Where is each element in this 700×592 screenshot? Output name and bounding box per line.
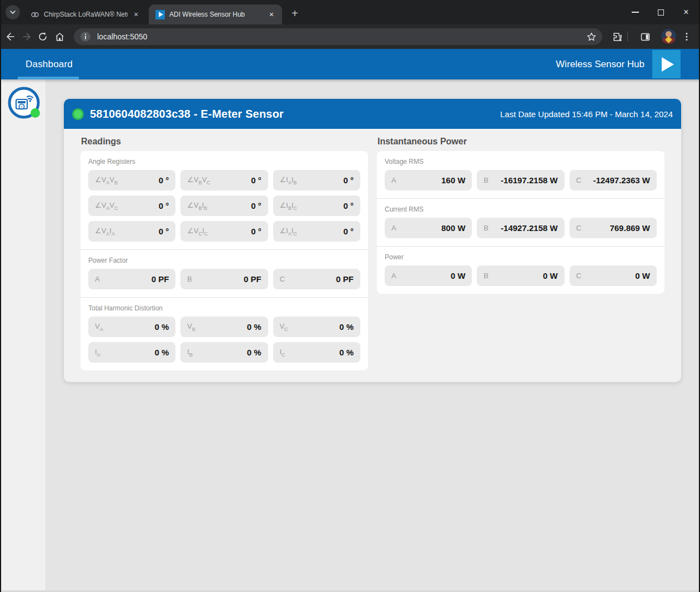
device-online-dot: [31, 108, 40, 118]
field-value: 0 %: [154, 322, 169, 332]
field-value: 0 W: [543, 271, 558, 280]
address-bar[interactable]: localhost:5050: [74, 28, 602, 45]
app-body: 5810604082803c38 - E-Meter Sensor Last D…: [1, 79, 699, 590]
reading-field: ∠IAIB0 °: [273, 170, 360, 190]
field-value: 0 PF: [336, 274, 354, 284]
minimize-button[interactable]: [622, 0, 648, 24]
reload-icon: [38, 32, 48, 42]
field-label: VC: [280, 322, 288, 332]
instantaneous-power-panel: Voltage RMSA160 WB-16197.2158 WC-12497.2…: [377, 151, 664, 294]
reload-button[interactable]: [35, 29, 51, 44]
field-value: 0 %: [247, 322, 261, 332]
field-label: A: [391, 224, 396, 232]
field-label: C: [576, 224, 581, 232]
field-value: 0 °: [159, 227, 169, 236]
new-tab-button[interactable]: +: [288, 6, 302, 21]
reading-field: IA0 %: [88, 342, 175, 363]
field-label: ∠VAIA: [95, 227, 115, 237]
reading-field: ∠IBIC0 °: [273, 195, 360, 216]
field-label: B: [484, 224, 489, 232]
field-label: B: [484, 176, 489, 184]
field-label: VB: [187, 322, 195, 332]
reading-field: B0 PF: [180, 269, 268, 289]
field-label: B: [484, 272, 489, 280]
field-label: C: [280, 275, 285, 283]
field-label: B: [187, 275, 192, 283]
profile-avatar[interactable]: [661, 29, 676, 44]
field-label: A: [391, 176, 396, 184]
side-panel-button[interactable]: [637, 29, 653, 44]
sensor-title: 5810604082803c38 - E-Meter Sensor: [90, 108, 284, 121]
last-updated-text: Last Date Updated 15:46 PM - March 14, 2…: [500, 109, 673, 119]
field-value: 0 °: [343, 227, 354, 236]
field-label: ∠IAIC: [280, 227, 297, 237]
extensions-button[interactable]: [610, 29, 625, 44]
field-value: -12497.2363 W: [593, 175, 650, 185]
url-text[interactable]: localhost:5050: [97, 32, 586, 41]
field-value: -14927.2158 W: [501, 223, 558, 233]
back-button[interactable]: [3, 29, 18, 44]
active-nav-underline: [18, 77, 79, 79]
reading-group: Current RMSA800 WB-14927.2158 WC769.869 …: [377, 198, 664, 246]
reading-field: B0 W: [477, 265, 564, 286]
tab-chirpstack[interactable]: ChirpStack LoRaWAN® Networ ×: [23, 4, 147, 24]
tab-adi-wireless-sensor-hub[interactable]: ADI Wireless Sensor Hub ×: [149, 4, 282, 24]
reading-group: Power FactorA0 PFB0 PFC0 PF: [80, 249, 368, 297]
readings-column: Readings Angle Registers∠VAVB0 °∠VBVC0 °…: [80, 137, 368, 370]
extensions-puzzle-icon: [612, 32, 623, 42]
forward-button[interactable]: [19, 29, 34, 44]
reading-field: B-16197.2158 W: [477, 170, 564, 190]
field-label: ∠VAVC: [95, 201, 118, 211]
field-label: ∠IAIB: [280, 175, 297, 185]
app-navbar: Dashboard Wireless Sensor Hub: [1, 49, 699, 79]
close-button[interactable]: ×: [673, 0, 699, 24]
browser-titlebar: ChirpStack LoRaWAN® Networ × ADI Wireles…: [0, 0, 700, 24]
sidebar-item-emeter-sensor[interactable]: [7, 86, 41, 119]
field-grid: VA0 %VB0 %VC0 %IA0 %IB0 %IC0 %: [88, 317, 360, 363]
field-grid: A0 WB0 WC0 W: [385, 265, 657, 286]
browser-window: ChirpStack LoRaWAN® Networ × ADI Wireles…: [0, 0, 700, 592]
home-button[interactable]: [52, 29, 67, 44]
bookmark-star-icon[interactable]: [586, 32, 597, 42]
reading-field: ∠VAVB0 °: [88, 170, 175, 190]
field-value: 0 %: [339, 322, 354, 332]
tab-search-button[interactable]: [6, 5, 20, 19]
reading-field: C0 W: [570, 265, 657, 286]
readings-header: Readings: [80, 137, 368, 147]
browser-menu-button[interactable]: [679, 29, 694, 44]
reading-field: A0 PF: [88, 269, 175, 289]
maximize-button[interactable]: [648, 0, 673, 24]
tab-title: ADI Wireless Sensor Hub: [169, 11, 263, 18]
field-value: 0 %: [339, 348, 354, 357]
field-label: IB: [187, 348, 193, 358]
field-label: ∠VAVB: [95, 175, 118, 185]
field-value: -16197.2158 W: [501, 175, 558, 185]
chirpstack-favicon-icon: [30, 10, 39, 19]
window-border-left: [0, 0, 1, 592]
field-label: ∠VBIB: [187, 201, 207, 211]
maximize-icon: [658, 9, 664, 16]
field-label: IC: [280, 348, 285, 358]
adi-logo-icon[interactable]: [652, 50, 681, 78]
field-grid: A800 WB-14927.2158 WC769.869 W: [385, 218, 657, 238]
field-label: VA: [95, 322, 103, 332]
site-info-icon: [79, 31, 92, 43]
reading-field: ∠VAIA0 °: [88, 221, 175, 242]
sidebar: [1, 79, 46, 590]
tab-close-icon[interactable]: ×: [266, 9, 276, 19]
reading-group: PowerA0 WB0 WC0 W: [377, 246, 664, 294]
field-value: 0 PF: [244, 274, 261, 284]
field-grid: A160 WB-16197.2158 WC-12497.2363 W: [385, 170, 657, 190]
field-value: 0 °: [159, 175, 169, 185]
tab-close-icon[interactable]: ×: [131, 9, 141, 19]
chevron-down-icon: [9, 9, 16, 16]
adi-favicon-icon: [155, 10, 165, 19]
reading-field: ∠VBVC0 °: [180, 170, 268, 190]
group-label: Power Factor: [88, 257, 360, 264]
nav-item-dashboard[interactable]: Dashboard: [26, 49, 73, 79]
browser-toolbar: localhost:5050: [0, 24, 700, 49]
instantaneous-power-column: Instantaneous Power Voltage RMSA160 WB-1…: [377, 137, 664, 294]
reading-field: A800 W: [385, 218, 472, 238]
field-label: ∠VBVC: [187, 175, 210, 185]
field-grid: A0 PFB0 PFC0 PF: [88, 269, 360, 289]
